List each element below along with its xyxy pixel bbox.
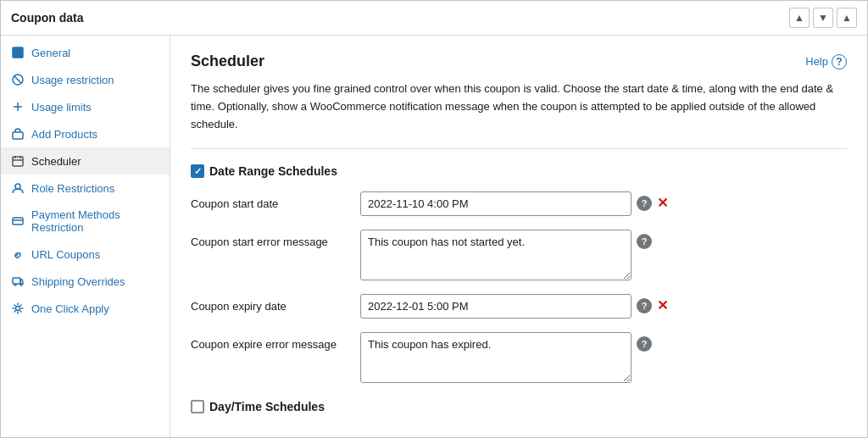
add-products-icon bbox=[11, 127, 25, 141]
coupon-start-date-clear-icon[interactable]: ✕ bbox=[657, 195, 668, 211]
day-time-checkbox-unchecked[interactable] bbox=[191, 400, 204, 413]
coupon-start-error-textarea[interactable]: This coupon has not started yet. bbox=[360, 230, 632, 280]
title-bar-controls: ▲ ▼ ▲ bbox=[789, 8, 857, 28]
scheduler-description: The scheduler gives you fine grained con… bbox=[191, 80, 847, 149]
coupon-expire-error-row: Coupon expire error message This coupon … bbox=[191, 332, 847, 383]
url-coupons-icon bbox=[11, 247, 25, 261]
coupon-start-error-label: Coupon start error message bbox=[191, 230, 360, 250]
collapse-up-button[interactable]: ▲ bbox=[789, 8, 810, 28]
coupon-start-date-control: ? ✕ bbox=[360, 191, 847, 216]
general-label: General bbox=[31, 47, 70, 59]
expand-button[interactable]: ▲ bbox=[837, 8, 857, 28]
role-restrictions-label: Role Restrictions bbox=[31, 182, 114, 195]
coupon-data-window: Coupon data ▲ ▼ ▲ General Usage restrict… bbox=[0, 0, 868, 438]
coupon-expiry-date-clear-icon[interactable]: ✕ bbox=[657, 297, 668, 313]
usage-limits-icon bbox=[11, 100, 25, 114]
usage-restriction-icon bbox=[11, 73, 25, 86]
sidebar-item-general[interactable]: General bbox=[1, 39, 170, 66]
sidebar-item-payment-methods[interactable]: Payment Methods Restriction bbox=[1, 202, 170, 241]
coupon-expire-error-textarea[interactable]: This coupon has expired. bbox=[360, 332, 632, 383]
svg-rect-5 bbox=[13, 132, 23, 139]
coupon-start-date-help-icon[interactable]: ? bbox=[637, 196, 652, 211]
sidebar-item-scheduler[interactable]: Scheduler bbox=[1, 147, 170, 175]
help-link[interactable]: Help ? bbox=[805, 54, 847, 69]
coupon-expiry-date-label: Coupon expiry date bbox=[191, 294, 360, 314]
coupon-start-date-row: Coupon start date ? ✕ bbox=[191, 191, 847, 216]
svg-point-15 bbox=[20, 284, 22, 286]
help-label: Help bbox=[805, 55, 828, 68]
checkmark-icon: ✓ bbox=[194, 166, 202, 177]
coupon-start-date-label: Coupon start date bbox=[191, 191, 360, 212]
window-title: Coupon data bbox=[11, 11, 84, 25]
svg-rect-11 bbox=[13, 218, 23, 225]
help-circle-icon: ? bbox=[832, 54, 847, 69]
date-range-section-title: Date Range Schedules bbox=[209, 164, 337, 178]
date-range-checkbox-checked[interactable]: ✓ bbox=[191, 164, 204, 178]
date-range-section-header: ✓ Date Range Schedules bbox=[191, 164, 847, 178]
coupon-start-error-control: This coupon has not started yet. ? bbox=[360, 230, 847, 280]
usage-limits-label: Usage limits bbox=[31, 101, 92, 114]
main-content: Scheduler Help ? The scheduler gives you… bbox=[170, 36, 867, 437]
sidebar-item-add-products[interactable]: Add Products bbox=[1, 120, 170, 147]
date-range-checkbox-label[interactable]: ✓ Date Range Schedules bbox=[191, 164, 337, 178]
url-coupons-label: URL Coupons bbox=[31, 248, 100, 261]
sidebar-item-shipping-overrides[interactable]: Shipping Overrides bbox=[1, 268, 170, 295]
page-title: Scheduler bbox=[191, 53, 264, 70]
day-time-checkbox-label[interactable]: Day/Time Schedules bbox=[191, 400, 325, 413]
svg-point-10 bbox=[15, 184, 20, 189]
coupon-start-error-row: Coupon start error message This coupon h… bbox=[191, 230, 847, 280]
role-restrictions-icon bbox=[11, 181, 25, 195]
coupon-start-error-help-icon[interactable]: ? bbox=[637, 234, 652, 249]
svg-line-2 bbox=[14, 76, 22, 84]
general-icon bbox=[11, 46, 25, 59]
svg-point-14 bbox=[14, 284, 16, 286]
coupon-expire-error-control: This coupon has expired. ? bbox=[360, 332, 847, 383]
scheduler-label: Scheduler bbox=[31, 155, 81, 168]
sidebar-item-role-restrictions[interactable]: Role Restrictions bbox=[1, 175, 170, 202]
sidebar-item-url-coupons[interactable]: URL Coupons bbox=[1, 241, 170, 268]
coupon-expire-error-help-icon[interactable]: ? bbox=[637, 336, 652, 352]
sidebar: General Usage restriction Usage limits A… bbox=[1, 36, 170, 437]
sidebar-item-one-click-apply[interactable]: One Click Apply bbox=[1, 295, 170, 322]
svg-rect-0 bbox=[13, 47, 23, 58]
sidebar-item-usage-limits[interactable]: Usage limits bbox=[1, 93, 170, 120]
day-time-section-header: Day/Time Schedules bbox=[191, 400, 847, 413]
svg-rect-6 bbox=[13, 157, 23, 166]
coupon-expiry-date-help-icon[interactable]: ? bbox=[637, 298, 652, 313]
svg-point-16 bbox=[16, 307, 20, 311]
coupon-expiry-date-control: ? ✕ bbox=[360, 294, 847, 319]
sidebar-item-usage-restriction[interactable]: Usage restriction bbox=[1, 66, 170, 93]
payment-methods-label: Payment Methods Restriction bbox=[31, 208, 159, 234]
coupon-expire-error-label: Coupon expire error message bbox=[191, 332, 360, 352]
shipping-overrides-label: Shipping Overrides bbox=[31, 275, 125, 288]
coupon-start-date-input[interactable] bbox=[360, 191, 632, 216]
content-area: General Usage restriction Usage limits A… bbox=[1, 36, 867, 437]
one-click-apply-label: One Click Apply bbox=[31, 302, 109, 315]
title-bar: Coupon data ▲ ▼ ▲ bbox=[1, 1, 867, 36]
main-header: Scheduler Help ? bbox=[191, 53, 847, 70]
day-time-section-title: Day/Time Schedules bbox=[209, 400, 325, 413]
collapse-down-button[interactable]: ▼ bbox=[813, 8, 833, 28]
usage-restriction-label: Usage restriction bbox=[31, 74, 114, 86]
add-products-label: Add Products bbox=[31, 128, 97, 141]
scheduler-icon bbox=[11, 154, 25, 168]
coupon-expiry-date-row: Coupon expiry date ? ✕ bbox=[191, 294, 847, 319]
payment-methods-icon bbox=[11, 214, 25, 228]
shipping-overrides-icon bbox=[11, 274, 25, 288]
one-click-apply-icon bbox=[11, 302, 25, 315]
coupon-expiry-date-input[interactable] bbox=[360, 294, 632, 319]
svg-rect-13 bbox=[13, 278, 20, 284]
